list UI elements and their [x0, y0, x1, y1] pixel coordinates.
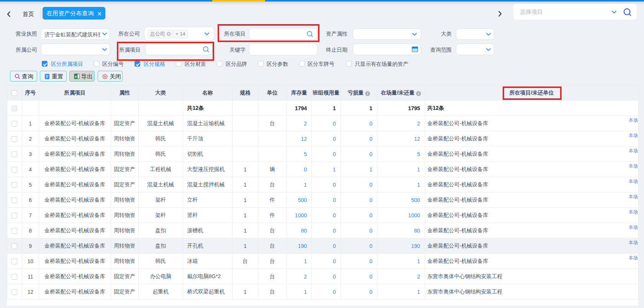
svg-text:x: x: [75, 74, 77, 78]
